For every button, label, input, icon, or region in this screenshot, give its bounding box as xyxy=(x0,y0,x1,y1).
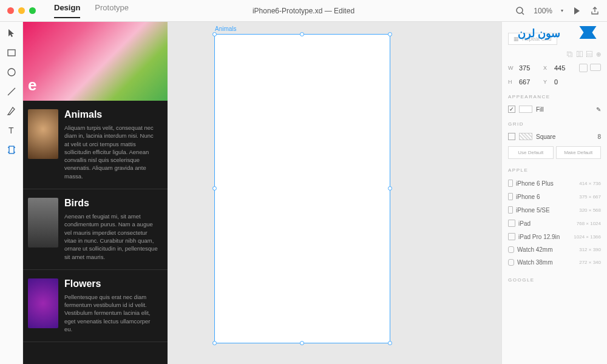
resize-handle[interactable] xyxy=(300,32,304,36)
list-item-body: Aenean et feugiat mi, sit amet condiment… xyxy=(64,212,159,261)
list-item: Birds Aenean et feugiat mi, sit amet con… xyxy=(23,189,168,270)
device-preset[interactable]: iPhone 6 Plus414 × 736 xyxy=(508,177,601,190)
resize-handle[interactable] xyxy=(388,186,392,190)
appearance-header: APPEARANCE xyxy=(508,94,601,99)
ellipse-tool[interactable] xyxy=(6,67,17,78)
align-tools: ⿻ ⿲ ⿳ ⊕ xyxy=(567,51,601,58)
phone-icon xyxy=(508,193,513,200)
fill-checkbox[interactable] xyxy=(508,106,515,113)
line-tool[interactable] xyxy=(6,86,17,97)
svg-point-3 xyxy=(8,69,15,76)
search-icon[interactable] xyxy=(515,6,525,16)
flip-v-icon[interactable]: ⿳ xyxy=(586,51,592,58)
inspector-panel: ▦ Repeat Grid ⿻ ⿲ ⿳ ⊕ W 375 X 445 H 667 xyxy=(501,22,607,364)
list-item: Flowers Pellentesque quis erat nec diam … xyxy=(23,270,168,342)
flip-h-icon[interactable]: ⿲ xyxy=(577,51,583,58)
resize-handle[interactable] xyxy=(212,32,217,36)
play-icon[interactable] xyxy=(572,6,582,16)
watch-icon xyxy=(508,246,514,253)
x-value[interactable]: 445 xyxy=(554,64,575,72)
titlebar: Design Prototype iPhone6-Prototype.xd — … xyxy=(0,0,607,22)
window-controls xyxy=(7,7,36,14)
device-preset[interactable]: iPad768 × 1024 xyxy=(508,217,601,230)
select-tool[interactable] xyxy=(6,28,17,39)
height-value[interactable]: 667 xyxy=(519,78,540,86)
width-value[interactable]: 375 xyxy=(519,64,540,72)
watermark-logo: سون لرن xyxy=(514,22,599,43)
device-preset[interactable]: Watch 42mm312 × 390 xyxy=(508,243,601,256)
google-header: GOOGLE xyxy=(508,277,601,283)
eyedropper-icon[interactable]: ✎ xyxy=(596,106,601,113)
zoom-level[interactable]: 100% xyxy=(534,7,552,15)
resize-handle[interactable] xyxy=(212,186,217,190)
rectangle-tool[interactable] xyxy=(6,47,17,58)
x-label: X xyxy=(543,65,551,71)
thumbnail-animals xyxy=(28,109,58,159)
list-item-title: Flowers xyxy=(64,278,159,289)
use-default-button[interactable]: Use Default xyxy=(508,146,554,159)
copy-icon[interactable]: ⿻ xyxy=(567,51,573,58)
svg-point-0 xyxy=(517,7,523,13)
device-preset[interactable]: Watch 38mm272 × 340 xyxy=(508,256,601,269)
phone-icon xyxy=(508,180,513,187)
apple-header: APPLE xyxy=(508,167,601,173)
artboard-tool[interactable] xyxy=(6,144,17,155)
portrait-icon[interactable] xyxy=(579,64,588,72)
svg-text:سون لرن: سون لرن xyxy=(518,27,560,40)
pen-tool[interactable] xyxy=(6,106,17,116)
y-label: Y xyxy=(543,79,551,85)
tool-panel: T xyxy=(0,22,23,364)
resize-handle[interactable] xyxy=(388,32,392,36)
device-preset[interactable]: iPhone 6375 × 667 xyxy=(508,190,601,203)
svg-rect-6 xyxy=(9,146,14,153)
list-item-body: Pellentesque quis erat nec diam fermentu… xyxy=(64,293,159,333)
tablet-icon xyxy=(508,233,515,240)
hero-title: e xyxy=(28,76,36,95)
artboard-selected[interactable]: Animals xyxy=(214,34,390,343)
thumbnail-flowers xyxy=(28,278,58,328)
tab-prototype[interactable]: Prototype xyxy=(95,3,129,18)
grid-checkbox[interactable] xyxy=(508,133,515,140)
svg-text:T: T xyxy=(8,126,14,135)
fill-label: Fill xyxy=(536,106,544,113)
document-title: iPhone6-Prototype.xd — Edited xyxy=(253,7,354,15)
maximize-icon[interactable] xyxy=(29,7,36,14)
minimize-icon[interactable] xyxy=(18,7,25,14)
close-icon[interactable] xyxy=(7,7,14,14)
grid-type[interactable]: Square xyxy=(536,133,555,140)
svg-line-4 xyxy=(8,88,15,95)
y-value[interactable]: 0 xyxy=(554,78,575,86)
artboard-label[interactable]: Animals xyxy=(215,25,237,32)
resize-handle[interactable] xyxy=(388,341,392,345)
artboard-home[interactable]: e Animals Aliquam turpis velit, consequa… xyxy=(23,22,168,364)
height-label: H xyxy=(508,79,515,85)
svg-line-1 xyxy=(522,13,524,15)
resize-handle[interactable] xyxy=(212,341,217,345)
device-preset[interactable]: iPad Pro 12.9in1024 × 1366 xyxy=(508,230,601,243)
tab-design[interactable]: Design xyxy=(54,3,80,18)
make-default-button[interactable]: Make Default xyxy=(556,146,602,159)
width-label: W xyxy=(508,65,515,71)
grid-size[interactable]: 8 xyxy=(597,133,601,140)
text-tool[interactable]: T xyxy=(6,125,17,136)
grid-swatch[interactable] xyxy=(519,133,532,140)
toolbar-right: 100% ▾ xyxy=(515,6,600,16)
device-preset[interactable]: iPhone 5/SE320 × 568 xyxy=(508,203,601,217)
canvas[interactable]: e Animals Aliquam turpis velit, consequa… xyxy=(23,22,501,364)
grid-header: GRID xyxy=(508,121,601,127)
chevron-down-icon[interactable]: ▾ xyxy=(561,8,563,13)
list-item-title: Animals xyxy=(64,109,159,120)
share-icon[interactable] xyxy=(590,6,600,16)
watch-icon xyxy=(508,259,514,266)
list-item-title: Birds xyxy=(64,198,159,209)
fill-swatch[interactable] xyxy=(519,106,532,113)
mode-tabs: Design Prototype xyxy=(54,3,129,18)
hero-image: e xyxy=(23,22,168,101)
landscape-icon[interactable] xyxy=(590,64,601,71)
list-item: Animals Aliquam turpis velit, consequat … xyxy=(23,101,168,189)
thumbnail-birds xyxy=(28,198,58,248)
boolean-icon[interactable]: ⊕ xyxy=(596,51,601,58)
svg-rect-2 xyxy=(8,50,15,56)
resize-handle[interactable] xyxy=(300,341,304,345)
phone-icon xyxy=(508,206,513,214)
